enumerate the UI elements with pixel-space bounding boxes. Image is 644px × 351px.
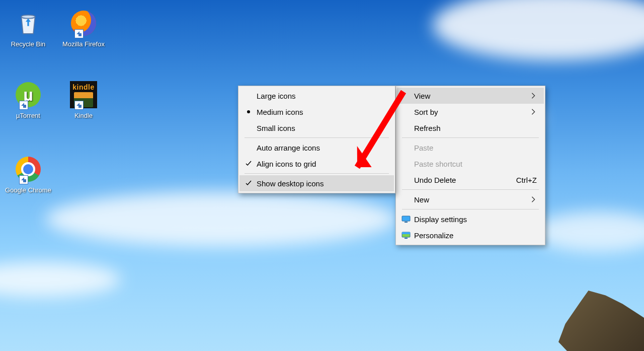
submenu-item-large-icons[interactable]: Large icons — [239, 88, 394, 104]
menu-item-label: Personalize — [414, 231, 453, 240]
menu-item-shortcut: Ctrl+Z — [501, 176, 537, 184]
svg-rect-5 — [405, 238, 408, 239]
menu-item-label: Small icons — [257, 124, 295, 132]
menu-item-label: Paste — [414, 144, 433, 152]
cloud-decoration — [0, 262, 121, 297]
desktop-icon-chrome[interactable]: Google Chrome — [3, 154, 53, 194]
desktop-context-menu: View Sort by Refresh Paste Paste shortcu… — [395, 86, 545, 245]
menu-item-view[interactable]: View — [397, 88, 544, 104]
menu-item-label: Refresh — [414, 124, 441, 132]
submenu-item-small-icons[interactable]: Small icons — [239, 120, 394, 136]
desktop-icon-label: µTorrent — [3, 112, 53, 119]
menu-item-label: Display settings — [414, 215, 467, 224]
menu-item-label: Paste shortcut — [414, 160, 462, 168]
desktop-icon-recycle-bin[interactable]: Recycle Bin — [3, 8, 53, 48]
chevron-right-icon — [530, 92, 537, 99]
checkmark-icon — [245, 160, 253, 168]
display-settings-icon — [402, 215, 410, 223]
menu-item-paste-shortcut: Paste shortcut — [397, 156, 544, 172]
menu-separator — [402, 189, 539, 190]
menu-item-label: Medium icons — [257, 108, 303, 116]
radio-selected-icon — [245, 108, 253, 116]
chevron-right-icon — [530, 108, 537, 115]
cloud-decoration — [533, 212, 644, 252]
menu-item-label: New — [414, 195, 429, 204]
recycle-bin-icon — [15, 9, 42, 38]
shortcut-overlay-icon — [74, 101, 84, 110]
menu-separator — [402, 209, 539, 209]
desktop-icon-label: Mozilla Firefox — [58, 40, 109, 48]
desktop-icon-label: Google Chrome — [3, 186, 53, 194]
cloud-decoration — [433, 0, 644, 60]
menu-item-sort-by[interactable]: Sort by — [397, 104, 544, 120]
submenu-item-show-desktop-icons[interactable]: Show desktop icons — [239, 175, 394, 191]
cloud-decoration — [45, 191, 397, 247]
menu-item-label: Auto arrange icons — [257, 144, 320, 152]
desktop-icon-label: Recycle Bin — [3, 40, 53, 48]
svg-point-0 — [22, 15, 35, 18]
menu-separator — [245, 173, 389, 174]
chevron-right-icon — [530, 196, 537, 203]
desktop-icon-utorrent[interactable]: µ µTorrent — [3, 80, 53, 119]
menu-item-label: View — [414, 92, 430, 100]
submenu-item-align-to-grid[interactable]: Align icons to grid — [239, 156, 394, 172]
personalize-icon — [402, 231, 410, 239]
submenu-item-medium-icons[interactable]: Medium icons — [239, 104, 394, 120]
menu-item-label: Show desktop icons — [257, 179, 324, 188]
menu-item-label: Sort by — [414, 108, 438, 116]
menu-item-label: Align icons to grid — [257, 160, 316, 168]
menu-item-paste: Paste — [397, 139, 544, 156]
shortcut-overlay-icon — [19, 101, 28, 110]
svg-rect-2 — [405, 222, 408, 223]
menu-item-display-settings[interactable]: Display settings — [397, 211, 544, 227]
checkmark-icon — [245, 179, 253, 187]
menu-item-refresh[interactable]: Refresh — [397, 120, 544, 136]
menu-item-label: Large icons — [257, 92, 296, 100]
rock-decoration — [558, 291, 644, 351]
menu-separator — [245, 137, 389, 138]
menu-item-new[interactable]: New — [397, 191, 544, 207]
menu-item-label: Undo Delete — [414, 176, 456, 184]
submenu-item-auto-arrange[interactable]: Auto arrange icons — [239, 139, 394, 156]
desktop-icon-firefox[interactable]: Mozilla Firefox — [58, 8, 109, 48]
view-submenu: Large icons Medium icons Small icons Aut… — [238, 86, 395, 193]
menu-separator — [402, 137, 539, 138]
shortcut-overlay-icon — [74, 29, 84, 38]
svg-rect-4 — [402, 232, 410, 234]
menu-item-personalize[interactable]: Personalize — [397, 227, 544, 243]
desktop-icon-kindle[interactable]: kindle Kindle — [58, 80, 109, 119]
menu-item-undo-delete[interactable]: Undo Delete Ctrl+Z — [397, 172, 544, 188]
svg-rect-1 — [402, 216, 410, 221]
desktop-icon-label: Kindle — [58, 112, 109, 119]
shortcut-overlay-icon — [19, 175, 28, 184]
